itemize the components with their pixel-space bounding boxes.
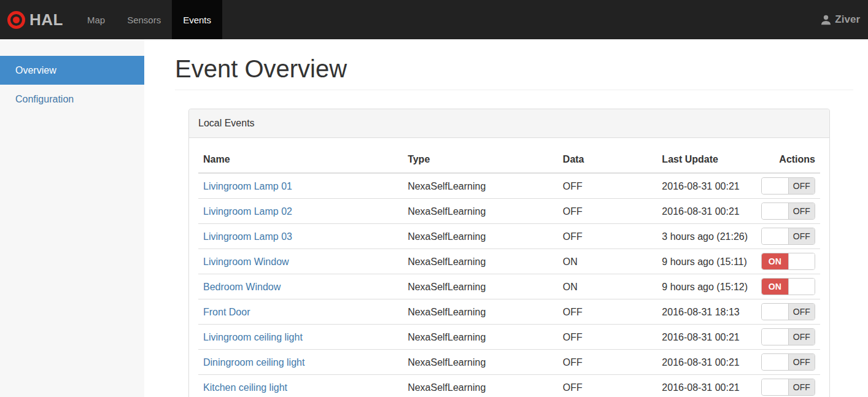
cell-last-update: 3 hours ago (21:26) bbox=[657, 224, 756, 249]
cell-name: Front Door bbox=[198, 299, 403, 325]
cell-actions: ON bbox=[756, 274, 820, 299]
nav-item-events[interactable]: Events bbox=[172, 0, 222, 39]
toggle-switch-off[interactable]: OFF bbox=[761, 328, 815, 345]
cell-name: Bedroom Window bbox=[198, 274, 403, 299]
toggle-handle bbox=[762, 379, 789, 395]
toggle-label: OFF bbox=[789, 178, 815, 194]
device-link[interactable]: Livingroom ceiling light bbox=[203, 332, 303, 342]
sidebar-item-overview[interactable]: Overview bbox=[0, 56, 144, 85]
device-link[interactable]: Livingroom Lamp 03 bbox=[203, 231, 292, 242]
brand[interactable]: HAL bbox=[0, 0, 63, 39]
sidebar: Overview Configuration bbox=[0, 39, 144, 397]
table-row: Diningroom ceiling lightNexaSelfLearning… bbox=[198, 350, 820, 375]
device-link[interactable]: Diningroom ceiling light bbox=[203, 357, 304, 368]
cell-last-update: 9 hours ago (15:11) bbox=[657, 249, 756, 274]
cell-name: Livingroom Window bbox=[198, 249, 403, 274]
brand-label: HAL bbox=[29, 10, 63, 29]
cell-type: NexaSelfLearning bbox=[403, 224, 558, 249]
cell-type: NexaSelfLearning bbox=[403, 249, 558, 274]
device-link[interactable]: Livingroom Lamp 02 bbox=[203, 206, 292, 217]
column-header-data: Data bbox=[558, 147, 657, 173]
cell-last-update: 2016-08-31 00:21 bbox=[657, 173, 756, 199]
nav-item-sensors[interactable]: Sensors bbox=[116, 0, 172, 39]
cell-name: Kitchen ceiling light bbox=[198, 375, 403, 397]
top-navbar: HAL Map Sensors Events Ziver bbox=[0, 0, 868, 39]
page-title: Event Overview bbox=[175, 55, 853, 82]
table-row: Front DoorNexaSelfLearningOFF2016-08-31 … bbox=[198, 299, 820, 325]
toggle-handle bbox=[788, 253, 815, 269]
cell-data: OFF bbox=[558, 173, 657, 199]
cell-type: NexaSelfLearning bbox=[403, 274, 558, 299]
toggle-switch-on[interactable]: ON bbox=[761, 253, 815, 270]
cell-last-update: 2016-08-31 00:21 bbox=[657, 350, 756, 375]
cell-data: ON bbox=[558, 274, 657, 299]
events-table: Name Type Data Last Update Actions Livin… bbox=[198, 147, 820, 397]
toggle-handle bbox=[762, 178, 789, 194]
cell-name: Diningroom ceiling light bbox=[198, 350, 403, 375]
cell-actions: OFF bbox=[756, 224, 820, 249]
cell-name: Livingroom Lamp 01 bbox=[198, 173, 403, 199]
cell-actions: OFF bbox=[756, 173, 820, 199]
cell-type: NexaSelfLearning bbox=[403, 325, 558, 350]
user-name: Ziver bbox=[835, 13, 860, 26]
column-header-type: Type bbox=[403, 147, 558, 173]
cell-data: ON bbox=[558, 249, 657, 274]
navbar-menu: Map Sensors Events bbox=[76, 0, 222, 39]
column-header-actions: Actions bbox=[756, 147, 820, 173]
cell-actions: ON bbox=[756, 249, 820, 274]
toggle-handle bbox=[762, 228, 789, 244]
cell-name: Livingroom Lamp 03 bbox=[198, 224, 403, 249]
toggle-handle bbox=[762, 304, 789, 320]
cell-type: NexaSelfLearning bbox=[403, 299, 558, 325]
cell-actions: OFF bbox=[756, 199, 820, 224]
toggle-switch-off[interactable]: OFF bbox=[761, 353, 815, 371]
toggle-handle bbox=[762, 329, 789, 345]
device-link[interactable]: Kitchen ceiling light bbox=[203, 382, 287, 393]
toggle-label: ON bbox=[762, 253, 788, 269]
sidebar-item-configuration[interactable]: Configuration bbox=[0, 85, 144, 114]
cell-type: NexaSelfLearning bbox=[403, 199, 558, 224]
toggle-label: OFF bbox=[789, 228, 815, 244]
device-link[interactable]: Livingroom Lamp 01 bbox=[203, 181, 292, 191]
nav-item-map[interactable]: Map bbox=[76, 0, 116, 39]
toggle-switch-off[interactable]: OFF bbox=[761, 379, 815, 396]
toggle-switch-off[interactable]: OFF bbox=[761, 202, 815, 220]
cell-last-update: 2016-08-31 00:21 bbox=[657, 325, 756, 350]
person-icon bbox=[820, 14, 832, 26]
table-row: Livingroom Lamp 02NexaSelfLearningOFF201… bbox=[198, 199, 820, 224]
toggle-label: OFF bbox=[789, 203, 815, 219]
toggle-switch-off[interactable]: OFF bbox=[761, 303, 815, 320]
cell-last-update: 2016-08-31 18:13 bbox=[657, 299, 756, 325]
user-menu[interactable]: Ziver bbox=[812, 0, 868, 39]
device-link[interactable]: Livingroom Window bbox=[203, 256, 289, 267]
toggle-switch-on[interactable]: ON bbox=[761, 278, 815, 295]
toggle-label: OFF bbox=[789, 379, 815, 395]
device-link[interactable]: Bedroom Window bbox=[203, 282, 281, 292]
local-events-panel: Local Events Name Type Data Last Update bbox=[188, 109, 830, 397]
target-icon bbox=[7, 11, 25, 29]
device-link[interactable]: Front Door bbox=[203, 307, 250, 317]
toggle-handle bbox=[788, 279, 815, 295]
table-row: Livingroom ceiling lightNexaSelfLearning… bbox=[198, 325, 820, 350]
table-row: Livingroom WindowNexaSelfLearningON9 hou… bbox=[198, 249, 820, 274]
cell-name: Livingroom ceiling light bbox=[198, 325, 403, 350]
column-header-last-update: Last Update bbox=[657, 147, 756, 173]
cell-actions: OFF bbox=[756, 375, 820, 397]
cell-last-update: 2016-08-31 00:21 bbox=[657, 375, 756, 397]
toggle-label: OFF bbox=[789, 354, 815, 370]
cell-data: OFF bbox=[558, 375, 657, 397]
table-row: Livingroom Lamp 03NexaSelfLearningOFF3 h… bbox=[198, 224, 820, 249]
cell-actions: OFF bbox=[756, 350, 820, 375]
title-divider bbox=[175, 90, 853, 90]
table-row: Bedroom WindowNexaSelfLearningON9 hours … bbox=[198, 274, 820, 299]
toggle-switch-off[interactable]: OFF bbox=[761, 177, 815, 195]
toggle-switch-off[interactable]: OFF bbox=[761, 228, 815, 245]
navbar-spacer bbox=[222, 0, 812, 39]
toggle-handle bbox=[762, 203, 789, 219]
cell-name: Livingroom Lamp 02 bbox=[198, 199, 403, 224]
cell-last-update: 9 hours ago (15:12) bbox=[657, 274, 756, 299]
table-row: Livingroom Lamp 01NexaSelfLearningOFF201… bbox=[198, 173, 820, 199]
table-header-row: Name Type Data Last Update Actions bbox=[198, 147, 820, 173]
cell-type: NexaSelfLearning bbox=[403, 350, 558, 375]
cell-type: NexaSelfLearning bbox=[403, 375, 558, 397]
